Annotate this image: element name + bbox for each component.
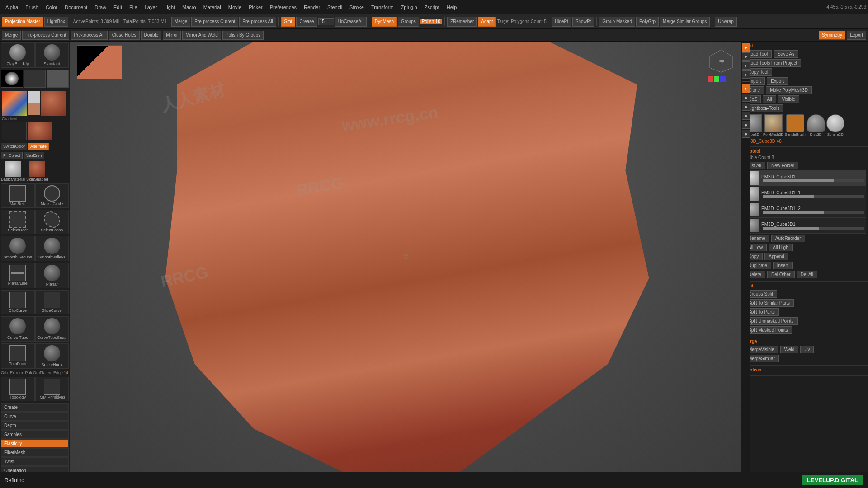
menu-brush[interactable]: Brush — [22, 3, 42, 12]
brush-trimfront[interactable]: TrimFront — [1, 343, 35, 369]
weld-btn[interactable]: Weld — [780, 346, 799, 353]
visible-btn[interactable]: Visible — [778, 95, 799, 103]
del-all-btn[interactable]: Del All — [797, 271, 817, 278]
tool-simplebrush[interactable]: SimpleBrush — [785, 114, 805, 136]
all-btn[interactable]: All — [763, 95, 776, 103]
menu-movie[interactable]: Movie — [225, 3, 245, 12]
subtool-item-2[interactable]: PM3D_Cube3D1_2 — [744, 202, 866, 218]
brush-smoothgroups[interactable]: Smooth Groups — [1, 236, 35, 261]
menu-zplugin[interactable]: Zplugin — [397, 3, 421, 12]
uv-btn[interactable]: Uv — [800, 346, 814, 353]
icon-btn-10[interactable]: ◆ — [742, 130, 750, 138]
all-high-btn[interactable]: All High — [769, 244, 792, 251]
canvas-area[interactable]: 人人素材 RRCG RRCG www.rrcg.cn — [70, 42, 741, 472]
t3-merge-btn[interactable]: Merge — [2, 31, 21, 40]
menu-render[interactable]: Render — [300, 3, 324, 12]
material-swatch[interactable] — [41, 91, 66, 116]
split-masked-btn[interactable]: Split Masked Points — [744, 326, 792, 334]
menu-color[interactable]: Color — [42, 3, 61, 12]
menu-material[interactable]: Material — [200, 3, 225, 12]
new-folder-btn[interactable]: New Folder — [767, 162, 798, 169]
brush-imm-primitives[interactable]: IMM Primitives — [35, 377, 69, 401]
menu-alpha[interactable]: Alpha — [2, 3, 22, 12]
bg-color-swatch[interactable] — [28, 103, 40, 115]
alternate-btn[interactable]: Alternate — [28, 143, 49, 150]
export-btn2[interactable]: Export — [767, 77, 788, 85]
groups-btn[interactable]: Groups — [398, 17, 419, 27]
subtool-item-3[interactable]: PM3D_Cube3D1 — [744, 218, 866, 234]
subtool-bar-0[interactable] — [763, 179, 864, 182]
group-masked-btn[interactable]: Group Masked — [599, 17, 635, 27]
auto-reorder-btn[interactable]: AutoReorder — [771, 235, 805, 242]
menu-file[interactable]: File — [126, 3, 141, 12]
t3-close-holes[interactable]: Close Holes — [109, 31, 140, 40]
icon-btn-6[interactable]: ◆ — [742, 94, 750, 102]
merge-btn[interactable]: Merge — [171, 17, 190, 27]
merge-similar-btn[interactable]: Merge Similar Groups — [660, 17, 710, 27]
icon-btn-2[interactable]: ▶ — [742, 52, 750, 61]
menu-help[interactable]: Help — [443, 3, 461, 12]
make-polymesh-btn[interactable]: Make PolyMesh3D — [766, 86, 812, 94]
uncrease-all-btn[interactable]: UnCreaseAll — [335, 17, 367, 27]
t3-preprocess-all[interactable]: Pre-process All — [71, 31, 107, 40]
brush-standard[interactable]: Standard — [35, 42, 69, 68]
color-picker[interactable] — [2, 91, 27, 116]
menu-light[interactable]: Light — [160, 3, 179, 12]
tool-disc3d[interactable]: Disc3D — [807, 114, 825, 136]
brush-clipcurve[interactable]: ClipCurve — [1, 290, 35, 314]
export-btn[interactable]: Export — [847, 31, 866, 40]
menu-transform[interactable]: Transform — [368, 3, 397, 12]
menu-edit[interactable]: Edit — [110, 3, 126, 12]
brush-massecircle[interactable]: MasseCircle — [35, 183, 69, 208]
del-other-btn[interactable]: Del Other — [767, 271, 795, 278]
texture-swatch2[interactable] — [47, 70, 69, 88]
t3-polish-groups[interactable]: Polish By Groups — [222, 31, 264, 40]
crease-btn[interactable]: Crease — [296, 17, 317, 27]
brush-curvetubesnap[interactable]: CurveTubeSnap — [35, 316, 69, 342]
icon-btn-9[interactable]: ◆ — [742, 121, 750, 129]
nav-curve[interactable]: Curve — [1, 412, 69, 421]
brush-slicecurve[interactable]: SliceCurve — [35, 290, 69, 314]
t3-mirror[interactable]: Mirror — [163, 31, 181, 40]
lightbox-btn[interactable]: LightBox — [44, 17, 68, 27]
nav-orientation[interactable]: Orientation — [1, 466, 69, 472]
zremesher-btn[interactable]: ZRemesher — [447, 17, 477, 27]
nav-fibermesh[interactable]: FiberMesh — [1, 448, 69, 457]
adapt-btn[interactable]: Adapt — [478, 17, 496, 27]
menu-stroke[interactable]: Stroke — [346, 3, 368, 12]
skin-shaded-icon[interactable] — [29, 161, 45, 177]
smt-btn[interactable]: Smt — [281, 17, 296, 27]
hidept-btn[interactable]: HidePt — [552, 17, 571, 27]
icon-btn-5[interactable]: ● — [742, 84, 750, 93]
basic-material-icon[interactable] — [5, 161, 21, 177]
subtool-bar-2[interactable] — [763, 211, 864, 214]
save-as-btn[interactable]: Save As — [774, 50, 798, 58]
split-unmasked-btn[interactable]: Split Unmasked Points — [744, 317, 798, 325]
brush-topology[interactable]: Topology — [1, 377, 35, 401]
subtool-item-0[interactable]: PM3D_Cube3D1 — [744, 170, 866, 186]
split-similar-btn[interactable]: Split To Similar Parts — [744, 299, 794, 307]
t3-mirror-weld[interactable]: Mirror And Weld — [182, 31, 221, 40]
brush-selectrect[interactable]: SelectRect — [1, 210, 35, 234]
preprocess-current-btn[interactable]: Pre-process Current — [191, 17, 238, 27]
icon-btn-4[interactable]: ▶ — [742, 70, 750, 79]
unwrap-btn[interactable]: Unwrap — [715, 17, 736, 27]
icon-btn-7[interactable]: ◆ — [742, 103, 750, 111]
insert-btn[interactable]: Insert — [773, 262, 793, 269]
polygrp-btn[interactable]: PolyGrp — [636, 17, 659, 27]
tool-sphere3d[interactable]: Sphere3D — [826, 114, 844, 136]
brush-snakehook[interactable]: SnakeHook — [35, 343, 69, 369]
texture-swatch[interactable] — [24, 70, 46, 88]
nav-twist[interactable]: Twist — [1, 457, 69, 466]
material-preview2[interactable] — [28, 122, 52, 140]
nav-samples[interactable]: Samples — [1, 430, 69, 439]
view-cube[interactable]: Top — [708, 47, 735, 84]
crease-level-input[interactable] — [318, 18, 334, 25]
brush-planarline[interactable]: PlanarLine — [1, 263, 35, 288]
tool-polymesh3d[interactable]: PolyMesh3D — [763, 114, 783, 136]
subtool-bar-1[interactable] — [763, 195, 864, 198]
menu-stencil[interactable]: Stencil — [324, 3, 346, 12]
switch-color-btn[interactable]: SwitchColor — [1, 143, 27, 150]
t3-preprocess-current[interactable]: Pre-process Current — [22, 31, 69, 40]
menu-layer[interactable]: Layer — [141, 3, 161, 12]
